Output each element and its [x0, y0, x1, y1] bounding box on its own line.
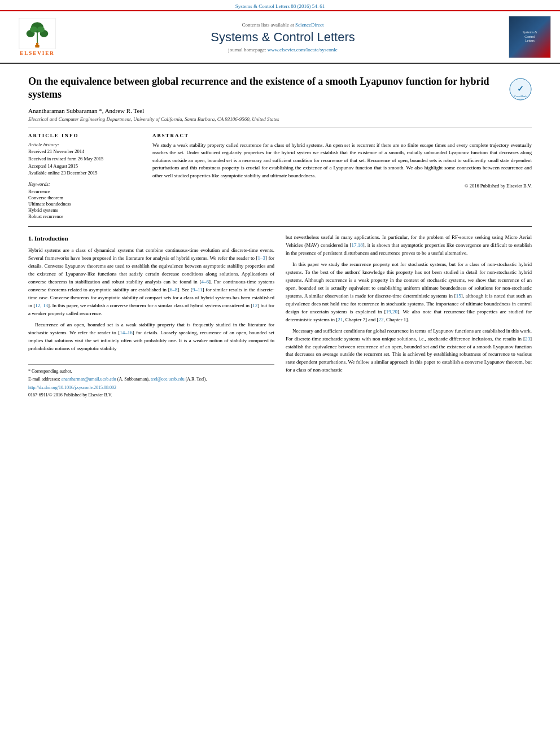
ref-4-6[interactable]: 4–6	[201, 279, 209, 285]
keyword-4: Hybrid systems	[28, 207, 141, 213]
journal-homepage-link[interactable]: www.elsevier.com/locate/sysconle	[268, 47, 338, 53]
issn-line: 0167-6911/© 2016 Published by Elsevier B…	[28, 392, 274, 399]
abstract-col: ABSTRACT We study a weak stability prope…	[152, 133, 532, 220]
left-body-col: 1. Introduction Hybrid systems are a cla…	[28, 234, 274, 399]
received-date: Received 21 November 2014	[28, 148, 141, 155]
sciencedirect-link[interactable]: ScienceDirect	[295, 22, 323, 28]
available-date: Available online 23 December 2015	[28, 170, 141, 177]
ref-19-20[interactable]: 19,20	[386, 309, 397, 314]
keywords-title: Keywords:	[28, 181, 141, 187]
copyright: © 2016 Published by Elsevier B.V.	[152, 183, 532, 189]
paper-container: On the equivalence between global recurr…	[0, 64, 560, 410]
email-1-link[interactable]: anantharman@umail.ucsb.edu	[62, 377, 116, 382]
email-addresses: E-mail addresses: anantharman@umail.ucsb…	[28, 376, 274, 383]
article-info-title: ARTICLE INFO	[28, 133, 141, 138]
svg-point-6	[37, 27, 45, 33]
authors: Anantharaman Subbaraman *, Andrew R. Tee…	[28, 107, 532, 114]
accepted-date: Accepted 14 August 2015	[28, 163, 141, 170]
ref-12[interactable]: 12	[252, 303, 257, 308]
ref-23[interactable]: 23	[525, 336, 530, 342]
paper-title: On the equivalence between global recurr…	[28, 75, 491, 102]
top-banner: ELSEVIER Contents lists available at Sci…	[0, 11, 560, 64]
svg-point-5	[30, 27, 37, 33]
keyword-5: Robust recurrence	[28, 213, 141, 219]
ref-17-18[interactable]: 17,18	[351, 242, 362, 248]
keywords-section: Keywords: Recurrence Converse theorem Ul…	[28, 181, 141, 219]
ref-9-11[interactable]: 9–11	[193, 287, 203, 292]
ref-14-16[interactable]: 14–16	[120, 330, 133, 335]
crossmark-icon: ✓ CrossMark	[509, 78, 532, 101]
svg-rect-8	[35, 45, 39, 48]
title-row: On the equivalence between global recurr…	[28, 75, 532, 107]
body-two-col: 1. Introduction Hybrid systems are a cla…	[28, 234, 532, 399]
intro-para-1: Hybrid systems are a class of dynamical …	[28, 247, 274, 317]
elsevier-logo: ELSEVIER	[9, 18, 65, 56]
elsevier-label: ELSEVIER	[20, 50, 55, 56]
journal-logo-box: Systems &ControlLetters	[509, 16, 551, 58]
introduction-title: 1. Introduction	[28, 234, 274, 243]
journal-homepage: journal homepage: www.elsevier.com/locat…	[65, 47, 500, 53]
keyword-2: Converse theorem	[28, 195, 141, 200]
doi-link[interactable]: http://dx.doi.org/10.1016/j.sysconle.201…	[28, 385, 116, 390]
abstract-title: ABSTRACT	[152, 133, 532, 138]
article-history-label: Article history:	[28, 142, 141, 147]
svg-point-7	[36, 43, 39, 46]
keyword-1: Recurrence	[28, 189, 141, 194]
email-2-link[interactable]: teel@ece.ucsb.edu	[151, 377, 185, 382]
main-divider	[28, 226, 532, 227]
keyword-3: Ultimate boundedness	[28, 201, 141, 207]
ref-15[interactable]: 15	[456, 293, 461, 299]
journal-reference: Systems & Control Letters 88 (2016) 54–6…	[0, 0, 560, 11]
right-para-1: but nevertheless useful in many applicat…	[286, 234, 532, 257]
footnote-area: * Corresponding author. E-mail addresses…	[28, 364, 274, 399]
journal-logo-right: Systems &ControlLetters	[500, 16, 551, 58]
affiliation: Electrical and Computer Engineering Depa…	[28, 116, 532, 122]
ref-1-3[interactable]: 1–3	[257, 255, 265, 261]
journal-title-block: Contents lists available at ScienceDirec…	[65, 22, 500, 53]
ref-12-13[interactable]: 12, 13	[35, 303, 48, 308]
right-para-2: In this paper we study the recurrence pr…	[286, 261, 532, 324]
svg-text:✓: ✓	[517, 85, 524, 93]
divider-1	[28, 128, 532, 128]
article-info: ARTICLE INFO Article history: Received 2…	[28, 133, 141, 220]
revised-date: Received in revised form 26 May 2015	[28, 156, 141, 163]
right-body-col: but nevertheless useful in many applicat…	[286, 234, 532, 399]
journal-main-title: Systems & Control Letters	[65, 30, 500, 45]
sciencedirect-text: Contents lists available at ScienceDirec…	[65, 22, 500, 28]
ref-22[interactable]: 22	[378, 317, 383, 322]
right-para-3: Necessary and sufficient conditions for …	[286, 327, 532, 375]
svg-text:CrossMark: CrossMark	[514, 95, 527, 98]
intro-para-2: Recurrence of an open, bounded set is a …	[28, 321, 274, 353]
corresponding-author: * Corresponding author.	[28, 368, 274, 375]
ref-6-8[interactable]: 6–8	[170, 287, 178, 292]
abstract-text: We study a weak stability property calle…	[152, 142, 532, 180]
article-info-abstract-row: ARTICLE INFO Article history: Received 2…	[28, 133, 532, 220]
ref-21[interactable]: 21	[338, 317, 343, 322]
